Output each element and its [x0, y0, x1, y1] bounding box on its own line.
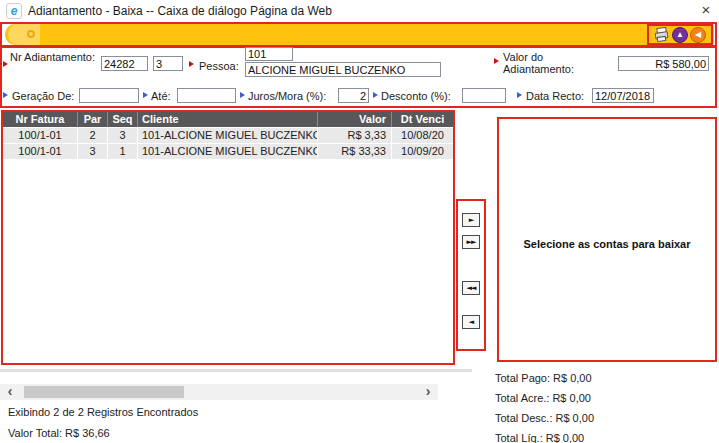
marker-arrow-icon	[373, 92, 378, 98]
toolbar-left-cap	[8, 24, 40, 45]
records-count-status: Exibindo 2 de 2 Registros Encontrados	[8, 406, 198, 418]
cell-nr-fatura: 100/1-01	[3, 144, 77, 159]
geracao-de-label: Geração De:	[12, 90, 74, 102]
col-header-cliente[interactable]: Cliente	[137, 112, 317, 127]
desconto-input[interactable]	[462, 88, 506, 103]
col-header-dt-venci[interactable]: Dt Venci	[391, 112, 453, 127]
ate-label: Até:	[151, 90, 171, 102]
marker-arrow-icon	[240, 92, 245, 98]
cell-valor: R$ 33,33	[317, 144, 391, 159]
nr-adiantamento-label: Nr Adiantamento:	[10, 51, 98, 63]
internet-explorer-icon: e	[6, 3, 22, 19]
selection-hint: Selecione as contas para baixar	[499, 238, 715, 250]
total-liq-label: Total Líq.:	[495, 432, 543, 443]
window-title: Adiantamento - Baixa -- Caixa de diálogo…	[28, 4, 332, 18]
totals-summary: Total Pago:R$ 0,00 Total Acre.:R$ 0,00 T…	[495, 372, 597, 443]
scrollbar-thumb[interactable]	[24, 386, 184, 398]
geracao-de-input[interactable]	[79, 88, 139, 103]
total-pago-line: Total Pago:R$ 0,00	[495, 372, 597, 384]
marker-arrow-icon	[494, 58, 499, 64]
total-acre-value: R$ 0,00	[552, 392, 591, 404]
scroll-left-icon[interactable]: ‹	[2, 384, 18, 400]
ate-input[interactable]	[177, 88, 236, 103]
scroll-up-icon[interactable]: ▲	[672, 27, 688, 43]
total-desc-value: R$ 0,00	[555, 412, 594, 424]
cell-cliente: 101-ALCIONE MIGUEL BUCZENKO	[137, 144, 317, 159]
selected-accounts-panel: Selecione as contas para baixar	[497, 117, 717, 362]
col-header-seq[interactable]: Seq	[107, 112, 137, 127]
title-bar: e Adiantamento - Baixa -- Caixa de diálo…	[0, 0, 719, 22]
total-desc-label: Total Desc.:	[495, 412, 552, 424]
cell-seq: 1	[107, 144, 137, 159]
col-header-par[interactable]: Par	[77, 112, 107, 127]
marker-arrow-icon	[3, 92, 8, 98]
total-pago-value: R$ 0,00	[553, 372, 592, 384]
transfer-buttons-panel: ► ►► ◄◄ ◄	[456, 199, 486, 351]
total-pago-label: Total Pago:	[495, 372, 550, 384]
move-right-button[interactable]: ►	[462, 213, 480, 227]
marker-arrow-icon	[517, 92, 522, 98]
total-liq-value: R$ 0,00	[546, 432, 585, 443]
marker-arrow-icon	[143, 92, 148, 98]
move-left-button[interactable]: ◄	[462, 315, 480, 329]
marker-arrow-icon	[3, 61, 8, 67]
close-icon[interactable]: ×	[697, 1, 715, 19]
move-all-right-button[interactable]: ►►	[462, 235, 480, 249]
cell-par: 2	[77, 128, 107, 143]
total-acre-label: Total Acre.:	[495, 392, 549, 404]
nr-adiantamento-input[interactable]	[101, 56, 148, 71]
valor-adiantamento-input[interactable]	[618, 56, 709, 71]
move-all-left-button[interactable]: ◄◄	[462, 281, 480, 295]
cell-cliente: 101-ALCIONE MIGUEL BUCZENKO	[137, 128, 317, 143]
valor-total-status: Valor Total: R$ 36,66	[8, 427, 110, 439]
cell-valor: R$ 3,33	[317, 128, 391, 143]
pessoa-name-input[interactable]	[245, 62, 441, 77]
total-acre-line: Total Acre.:R$ 0,00	[495, 392, 597, 404]
valor-adiantamento-label: Valor do Adiantamento:	[503, 51, 589, 75]
cell-dt-venci: 10/09/20	[391, 144, 453, 159]
marker-arrow-icon	[189, 61, 194, 67]
juros-mora-input[interactable]	[338, 88, 369, 103]
grid-header-row: Nr Fatura Par Seq Cliente Valor Dt Venci	[3, 112, 453, 127]
table-row[interactable]: 100/1-01 3 1 101-ALCIONE MIGUEL BUCZENKO…	[3, 144, 453, 159]
pessoa-code-input[interactable]	[245, 47, 293, 61]
dialog-window: e Adiantamento - Baixa -- Caixa de diálo…	[0, 0, 719, 443]
toolbar-handle-icon	[27, 30, 35, 38]
desconto-label: Desconto (%):	[381, 90, 451, 102]
cell-dt-venci: 10/08/20	[391, 128, 453, 143]
table-row[interactable]: 100/1-01 2 3 101-ALCIONE MIGUEL BUCZENKO…	[3, 128, 453, 143]
pessoa-label: Pessoa:	[199, 60, 239, 72]
toolbar: ▲ ◀	[0, 22, 717, 47]
data-recto-label: Data Recto:	[526, 90, 584, 102]
cell-par: 3	[77, 144, 107, 159]
total-desc-line: Total Desc.:R$ 0,00	[495, 412, 597, 424]
frame-bottom-divider	[0, 369, 472, 372]
total-liq-line: Total Líq.:R$ 0,00	[495, 432, 597, 443]
col-header-valor[interactable]: Valor	[317, 112, 391, 127]
juros-mora-label: Juros/Mora (%):	[248, 90, 326, 102]
data-recto-input[interactable]	[592, 88, 654, 103]
go-back-icon[interactable]: ◀	[690, 27, 706, 43]
nr-adiantamento-seq-input[interactable]	[153, 56, 183, 71]
toolbar-background	[5, 24, 714, 45]
toolbar-actions-highlight: ▲ ◀	[647, 24, 713, 45]
invoices-grid: Nr Fatura Par Seq Cliente Valor Dt Venci…	[1, 110, 455, 365]
horizontal-scrollbar[interactable]: ‹ ›	[0, 384, 438, 400]
scroll-right-icon[interactable]: ›	[420, 384, 436, 400]
col-header-nr-fatura[interactable]: Nr Fatura	[3, 112, 77, 127]
printer-icon[interactable]	[654, 27, 670, 42]
filter-form: Nr Adiantamento: Pessoa: Valor do Adiant…	[0, 46, 717, 108]
cell-nr-fatura: 100/1-01	[3, 128, 77, 143]
cell-seq: 3	[107, 128, 137, 143]
